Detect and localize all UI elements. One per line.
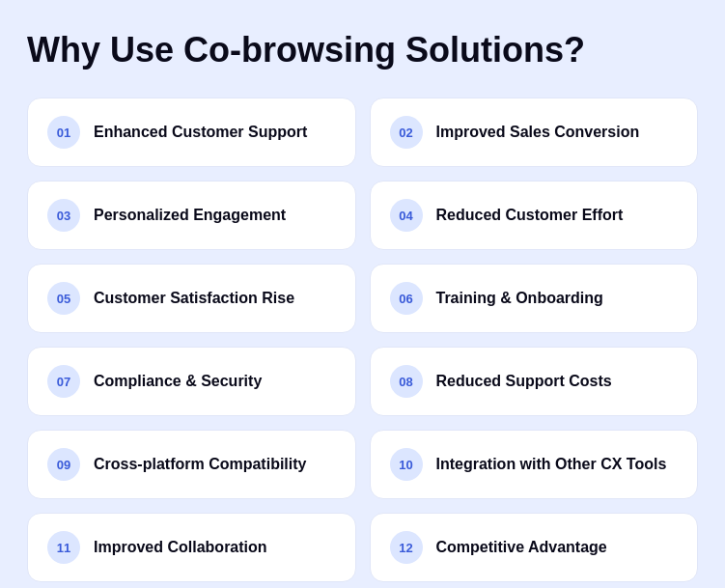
card-06: 06Training & Onboarding <box>370 264 699 333</box>
badge-12: 12 <box>390 531 423 564</box>
items-grid: 01Enhanced Customer Support02Improved Sa… <box>27 98 698 582</box>
card-02: 02Improved Sales Conversion <box>370 98 699 167</box>
card-01: 01Enhanced Customer Support <box>27 98 356 167</box>
card-label-05: Customer Satisfaction Rise <box>94 290 294 307</box>
badge-01: 01 <box>47 116 80 149</box>
card-03: 03Personalized Engagement <box>27 181 356 250</box>
card-12: 12Competitive Advantage <box>370 513 699 582</box>
badge-02: 02 <box>390 116 423 149</box>
card-07: 07Compliance & Security <box>27 347 356 416</box>
card-label-07: Compliance & Security <box>94 373 262 390</box>
card-label-02: Improved Sales Conversion <box>436 124 640 141</box>
card-10: 10Integration with Other CX Tools <box>370 430 699 499</box>
badge-03: 03 <box>47 199 80 232</box>
badge-07: 07 <box>47 365 80 398</box>
card-label-04: Reduced Customer Effort <box>436 207 624 224</box>
badge-04: 04 <box>390 199 423 232</box>
card-label-08: Reduced Support Costs <box>436 373 612 390</box>
badge-06: 06 <box>390 282 423 315</box>
card-label-10: Integration with Other CX Tools <box>436 456 667 473</box>
badge-08: 08 <box>390 365 423 398</box>
card-label-03: Personalized Engagement <box>94 207 286 224</box>
card-label-06: Training & Onboarding <box>436 290 603 307</box>
card-04: 04Reduced Customer Effort <box>370 181 699 250</box>
card-label-01: Enhanced Customer Support <box>94 124 307 141</box>
badge-10: 10 <box>390 448 423 481</box>
card-09: 09Cross-platform Compatibility <box>27 430 356 499</box>
page-container: Why Use Co-browsing Solutions? 01Enhance… <box>0 0 725 588</box>
badge-11: 11 <box>47 531 80 564</box>
card-08: 08Reduced Support Costs <box>370 347 699 416</box>
badge-05: 05 <box>47 282 80 315</box>
card-11: 11Improved Collaboration <box>27 513 356 582</box>
card-05: 05Customer Satisfaction Rise <box>27 264 356 333</box>
badge-09: 09 <box>47 448 80 481</box>
card-label-12: Competitive Advantage <box>436 539 607 556</box>
card-label-11: Improved Collaboration <box>94 539 267 556</box>
page-title: Why Use Co-browsing Solutions? <box>27 29 698 70</box>
card-label-09: Cross-platform Compatibility <box>94 456 306 473</box>
